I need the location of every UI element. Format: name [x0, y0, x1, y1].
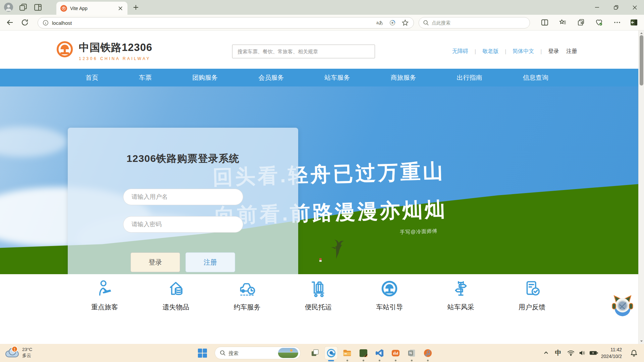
collections-icon[interactable]	[577, 18, 585, 26]
vscode-icon	[375, 349, 384, 358]
window-close-button[interactable]	[625, 0, 644, 15]
site-search-input[interactable]	[232, 45, 375, 58]
scroll-down-icon[interactable]	[640, 339, 643, 343]
tab-title: Vite App	[70, 6, 117, 11]
railway-emblem-blue-icon	[380, 279, 399, 298]
taskbar-edge-app[interactable]	[325, 347, 337, 359]
header-login-link[interactable]: 登录	[548, 48, 559, 55]
scroll-up-icon[interactable]	[640, 32, 643, 35]
site-logo[interactable]: 中国铁路12306 12306 CHINA RAILWAY	[55, 39, 152, 61]
taskbar-file-explorer-app[interactable]	[341, 347, 354, 359]
taskbar-search-box[interactable]	[215, 347, 301, 359]
register-button[interactable]: 注册	[185, 252, 235, 272]
running-app-dot	[346, 360, 348, 361]
tab-close-icon[interactable]	[117, 5, 123, 11]
taskbar-orange-media-app[interactable]	[389, 347, 402, 359]
edge-browser-icon	[326, 348, 336, 358]
service-user-feedback[interactable]: 用户反馈	[510, 274, 554, 341]
site-title: 中国铁路12306	[79, 41, 152, 55]
browser-tab[interactable]: Vite App	[56, 2, 127, 15]
nav-info-query[interactable]: 信息查询	[523, 73, 548, 82]
running-app-dot	[363, 360, 364, 361]
read-aloud-icon[interactable]	[389, 19, 396, 26]
taskbar-green-app[interactable]	[357, 347, 370, 359]
window-minimize-button[interactable]	[588, 0, 606, 15]
windows-logo-icon	[198, 349, 207, 358]
clock-time: 11:42	[601, 347, 622, 353]
taskbar-clock[interactable]: 11:42 2024/10/2	[601, 347, 622, 360]
favorites-icon[interactable]	[559, 18, 567, 26]
link-accessibility[interactable]: 无障碍	[452, 48, 468, 55]
window-restore-button[interactable]	[606, 0, 625, 15]
copilot-sidebar-icon[interactable]	[630, 18, 638, 26]
browser-search-input[interactable]	[432, 20, 505, 25]
nav-member-services[interactable]: 会员服务	[258, 73, 284, 82]
browser-search-box[interactable]	[419, 17, 530, 28]
service-car-booking[interactable]: 约车服务	[225, 274, 269, 341]
ime-indicator[interactable]: 中	[553, 349, 563, 357]
service-key-passengers[interactable]: 重点旅客	[83, 274, 127, 341]
service-station-style[interactable]: 站车风采	[439, 274, 483, 341]
browser-essentials-icon[interactable]	[595, 18, 603, 26]
taskbar-vscode-app[interactable]	[373, 347, 386, 359]
profile-avatar[interactable]	[4, 3, 13, 12]
svg-text:N: N	[409, 351, 412, 355]
search-highlight-thumbnail[interactable]	[278, 348, 298, 358]
service-luggage-shipping[interactable]: 便民托运	[296, 274, 340, 341]
split-screen-icon[interactable]	[541, 18, 549, 26]
favorite-star-icon[interactable]	[401, 19, 409, 26]
tray-chevron-up-icon[interactable]	[541, 349, 551, 357]
service-lost-items[interactable]: 遗失物品	[154, 274, 198, 341]
windows-taskbar: 1 23°C 多云	[0, 344, 644, 362]
link-elder-version[interactable]: 敬老版	[482, 48, 498, 55]
separator: |	[475, 49, 476, 55]
browser-toolbar: localhost aあ	[0, 15, 644, 31]
orange-chart-app-icon	[391, 349, 400, 358]
url-text[interactable]: localhost	[52, 20, 371, 26]
translate-icon[interactable]: aあ	[376, 19, 383, 26]
page-scrollbar[interactable]	[638, 31, 644, 344]
scrollbar-thumb[interactable]	[640, 35, 643, 85]
taskbar-notes-app[interactable]: N	[405, 347, 418, 359]
nav-group-services[interactable]: 团购服务	[192, 73, 218, 82]
nav-tickets[interactable]: 车票	[139, 73, 152, 82]
workspaces-icon[interactable]	[19, 3, 28, 12]
notifications-bell-icon[interactable]	[629, 349, 639, 357]
new-tab-button[interactable]	[132, 4, 139, 11]
link-language[interactable]: 简体中文	[513, 48, 534, 55]
task-view-button[interactable]	[309, 347, 321, 359]
battery-icon[interactable]	[589, 349, 598, 357]
cloud-icon	[5, 351, 19, 357]
header-register-link[interactable]: 注册	[566, 48, 577, 55]
taskbar-search-input[interactable]	[228, 350, 272, 356]
cat-headphones-mascot-icon[interactable]	[610, 294, 635, 318]
tab-actions-icon[interactable]	[34, 3, 42, 12]
site-info-icon[interactable]	[43, 20, 49, 26]
signpost-icon	[451, 279, 471, 298]
service-station-guide[interactable]: 车站引导	[367, 274, 412, 341]
address-bar[interactable]: localhost aあ	[38, 17, 414, 28]
nav-station-services[interactable]: 站车服务	[325, 73, 350, 82]
green-app-icon	[359, 349, 368, 358]
taskbar-music-app[interactable]	[421, 347, 434, 359]
feedback-doc-check-icon	[522, 279, 542, 298]
nav-business-travel[interactable]: 商旅服务	[391, 73, 416, 82]
tab-favicon-12306-icon	[60, 5, 67, 12]
password-field[interactable]	[123, 216, 243, 233]
cloud	[0, 127, 67, 157]
username-field[interactable]	[123, 189, 243, 205]
start-button[interactable]	[196, 347, 209, 359]
wifi-icon[interactable]	[566, 349, 576, 357]
nav-travel-guide[interactable]: 出行指南	[457, 73, 482, 82]
house-items-icon	[166, 279, 185, 298]
volume-icon[interactable]	[578, 349, 587, 357]
login-button[interactable]: 登录	[130, 252, 180, 272]
refresh-icon[interactable]	[21, 18, 29, 26]
running-app-dot	[427, 360, 429, 361]
screen: Vite App	[0, 0, 644, 362]
separator: |	[505, 49, 506, 55]
nav-home[interactable]: 首页	[86, 73, 98, 82]
back-icon[interactable]	[6, 18, 14, 26]
weather-widget[interactable]: 1 23°C 多云	[5, 346, 32, 359]
settings-more-icon[interactable]	[613, 18, 621, 26]
